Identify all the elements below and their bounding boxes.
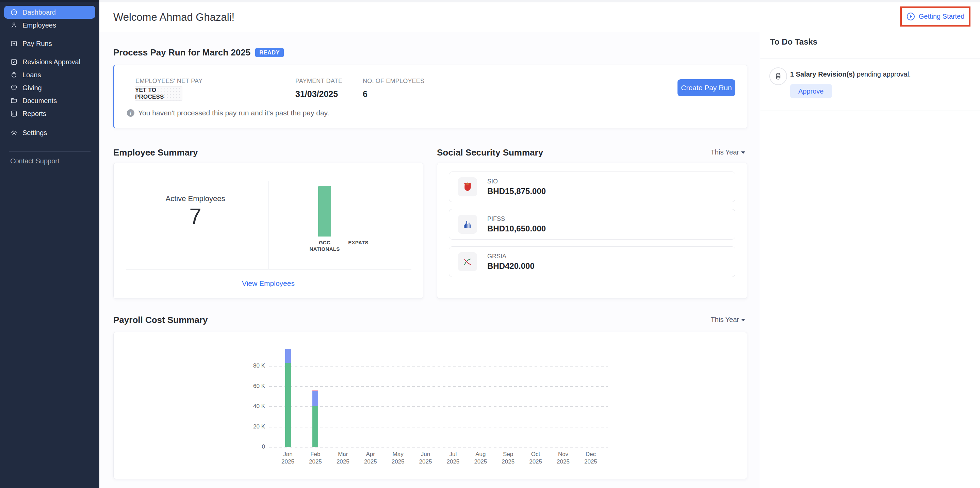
x-axis-month-label: Nov2025 [548,451,579,466]
todo-task-text: 1 Salary Revision(s) pending approval. [790,70,911,78]
employee-card-footer-divider [126,269,411,270]
x-axis-month-label: Dec2025 [576,451,606,466]
info-icon: i [127,109,134,117]
pay-runs-icon [10,40,18,47]
pay-run-note: i You haven't processed this pay run and… [127,109,329,117]
payroll-cost-title: Payroll Cost Summary [113,315,208,325]
social-security-row-grsia[interactable]: GRSIABHD420.000 [449,246,735,277]
mini-chart-bar-gcc-nationals [318,186,331,237]
sidebar-item-documents[interactable]: Documents [4,94,95,107]
pay-run-section-title: Process Pay Run for March 2025READY [113,47,284,58]
y-axis-tick-label: 80 K [241,362,265,369]
sidebar: DashboardEmployeesPay RunsRevisions Appr… [0,2,99,488]
pay-run-column-divider [265,75,265,103]
grsia-logo-icon [458,252,477,271]
pay-run-card: EMPLOYEES' NET PAY YET TO PROCESS PAYMEN… [113,65,747,128]
payroll-bar-segment-pink [312,390,318,391]
create-pay-run-button[interactable]: Create Pay Run [678,79,735,96]
payroll-bar-segment-green [312,406,318,447]
revisions-approval-icon [10,58,18,66]
mini-chart-category-label: EXPATS [333,239,384,246]
sidebar-item-revisions-approval[interactable]: Revisions Approval [4,56,95,68]
sidebar-item-label: Pay Runs [22,40,52,48]
todo-divider-bottom [760,111,980,111]
y-axis-tick-label: 60 K [241,383,265,389]
page-title: Welcome Ahmad Ghazali! [113,11,234,24]
todo-panel: To Do Tasks 1 Salary Revision(s) pending… [760,32,980,488]
sidebar-divider [9,151,91,152]
getting-started-button[interactable]: Getting Started [904,11,967,21]
payment-date-value: 31/03/2025 [295,89,338,99]
getting-started-label: Getting Started [919,13,965,21]
chevron-down-icon [741,151,745,154]
sidebar-item-label: Employees [22,21,56,29]
employees-icon [10,21,18,29]
chart-gridline [269,427,608,428]
reports-icon [10,110,18,118]
net-pay-label: EMPLOYEES' NET PAY [135,78,202,85]
social-security-row-label: PIFSS [487,215,546,223]
social-security-card: SIOBHD15,875.000PIFSSBHD10,650.000GRSIAB… [437,163,747,299]
x-axis-month-label: Jun2025 [410,451,441,466]
social-security-row-label: SIO [487,178,546,185]
payroll-bar-segment-blue [312,391,318,406]
sidebar-item-employees[interactable]: Employees [4,19,95,32]
sidebar-item-label: Documents [22,97,57,105]
social-security-row-value: BHD420.000 [487,261,535,271]
todo-divider-top [760,59,980,59]
contact-support-link[interactable]: Contact Support [10,157,89,165]
active-employees-count: 7 [154,204,236,229]
sidebar-item-label: Settings [22,129,47,137]
annotation-highlight-box: Getting Started [900,6,970,27]
x-axis-month-label: May2025 [383,451,414,466]
chevron-down-icon [741,319,745,321]
active-employees-label: Active Employees [154,194,236,203]
status-badge: READY [255,48,284,57]
social-security-row-value: BHD15,875.000 [487,186,546,196]
sidebar-item-reports[interactable]: Reports [4,107,95,120]
pifss-logo-icon [458,215,477,234]
payroll-cost-range-select[interactable]: This Year [711,316,745,324]
social-security-title: Social Security Summary [437,147,543,158]
dashboard-icon [10,8,18,16]
todo-title: To Do Tasks [770,37,817,47]
payment-date-label: PAYMENT DATE [295,78,342,85]
employee-summary-card: Active Employees 7 GCCNATIONALSEXPATS Vi… [113,163,423,299]
x-axis-month-label: Jan2025 [272,451,303,466]
sidebar-item-label: Revisions Approval [22,58,80,66]
sidebar-item-giving[interactable]: Giving [4,81,95,94]
y-axis-tick-label: 0 [241,443,265,450]
window-top-strip-dark [0,0,99,2]
sidebar-item-dashboard[interactable]: Dashboard [4,6,95,19]
sidebar-item-label: Dashboard [22,8,56,16]
employees-count-value: 6 [363,89,368,99]
payroll-bar-segment-green [285,363,291,447]
sidebar-item-label: Reports [22,110,46,118]
sidebar-item-label: Loans [22,71,41,79]
play-circle-icon [906,12,915,21]
chart-gridline [269,406,608,407]
chart-gridline [269,447,608,448]
sidebar-nav: DashboardEmployeesPay RunsRevisions Appr… [0,6,99,139]
x-axis-month-label: Jul2025 [438,451,468,466]
documents-icon [10,97,18,105]
sidebar-item-loans[interactable]: Loans [4,68,95,81]
employee-card-divider [269,181,269,269]
sidebar-item-label: Giving [22,84,42,92]
sio-logo-icon [458,177,477,196]
net-pay-value: YET TO PROCESS [135,86,182,101]
social-security-row-sio[interactable]: SIOBHD15,875.000 [449,172,735,202]
sidebar-item-pay-runs[interactable]: Pay Runs [4,37,95,50]
approve-button[interactable]: Approve [790,84,832,99]
employee-summary-title: Employee Summary [113,147,198,158]
social-security-row-value: BHD10,650.000 [487,224,546,234]
social-security-row-pifss[interactable]: PIFSSBHD10,650.000 [449,209,735,240]
y-axis-tick-label: 20 K [241,423,265,430]
social-security-range-select[interactable]: This Year [711,148,745,156]
sidebar-item-settings[interactable]: Settings [4,126,95,139]
x-axis-month-label: Apr2025 [355,451,386,466]
payroll-cost-card: 020 K40 K60 K80 KJan2025Feb2025Mar2025Ap… [113,332,747,479]
employees-count-label: NO. OF EMPLOYEES [363,78,424,85]
app-root: DashboardEmployeesPay RunsRevisions Appr… [0,0,980,488]
view-employees-link[interactable]: View Employees [114,280,423,288]
